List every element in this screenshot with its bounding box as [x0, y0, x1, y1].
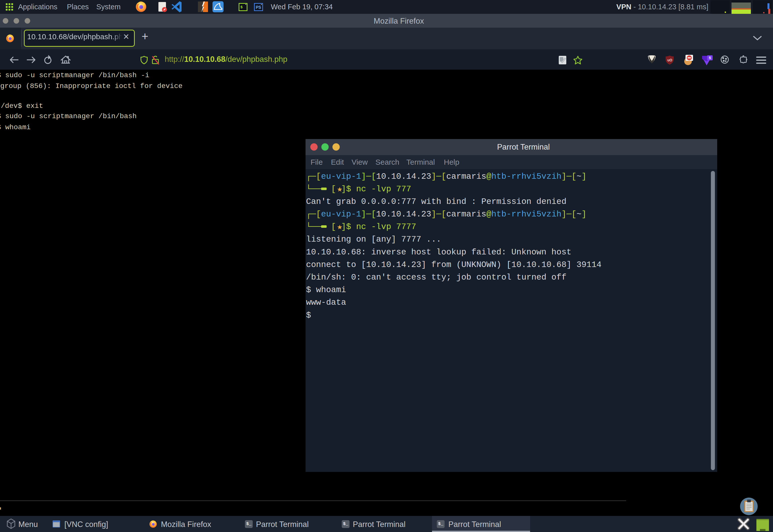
svg-text:uO: uO — [667, 58, 672, 62]
svg-text:5: 5 — [709, 56, 711, 60]
svg-text:PS: PS — [256, 5, 261, 10]
svg-text:$: $ — [240, 5, 243, 10]
